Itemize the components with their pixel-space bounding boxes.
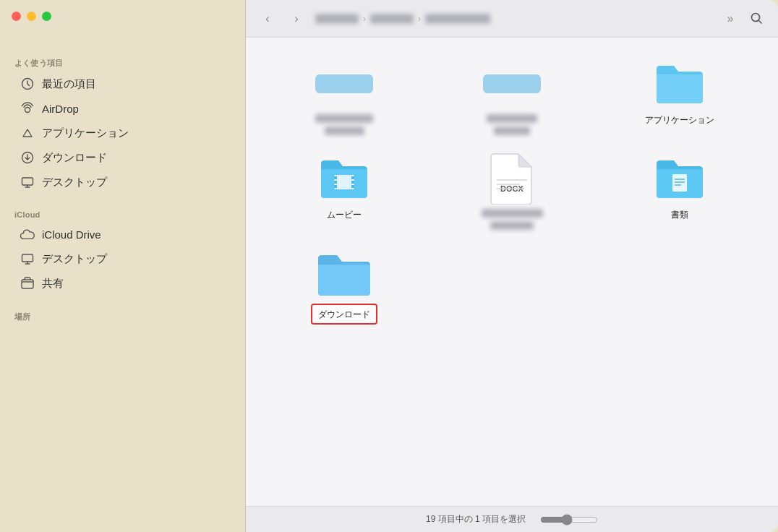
sidebar: よく使う項目 最近の項目 AirDrop: [0, 0, 246, 532]
toolbar: ‹ › › › »: [246, 0, 778, 38]
svg-rect-7: [334, 175, 354, 189]
sidebar-item-desktop[interactable]: デスクトップ: [6, 171, 239, 194]
list-item[interactable]: [260, 49, 428, 144]
sidebar-item-icloud-shared[interactable]: 共有: [6, 272, 239, 295]
desktop-icon: [20, 175, 35, 189]
finder-window: よく使う項目 最近の項目 AirDrop: [0, 0, 778, 532]
list-item[interactable]: DOCX: [428, 144, 596, 239]
content-area: アプリケーション: [246, 38, 778, 506]
folder-icon-container: [483, 58, 541, 110]
downloads-icon: [20, 150, 35, 165]
sidebar-item-recents[interactable]: 最近の項目: [6, 72, 239, 95]
svg-rect-5: [22, 280, 33, 288]
airdrop-label: AirDrop: [42, 103, 79, 115]
svg-rect-10: [334, 185, 337, 188]
svg-rect-3: [22, 178, 33, 185]
main-panel: ‹ › › › »: [246, 0, 778, 532]
shared-icon: [20, 276, 35, 291]
breadcrumb-segment-1: [315, 14, 359, 24]
section-favorites-label: よく使う項目: [0, 49, 245, 72]
folder-icon-container: [315, 58, 373, 110]
sidebar-item-downloads[interactable]: ダウンロード: [6, 146, 239, 169]
section-locations-label: 場所: [0, 303, 245, 325]
recents-icon: [20, 77, 35, 91]
desktop-label: デスクトップ: [42, 176, 107, 189]
sidebar-item-icloud-desktop[interactable]: デスクトップ: [6, 247, 239, 270]
zoom-slider[interactable]: [540, 514, 598, 525]
svg-rect-11: [351, 176, 354, 179]
blurred-tab-2: [483, 74, 541, 93]
svg-rect-9: [334, 181, 337, 184]
breadcrumb-segment-3: [425, 14, 490, 24]
icloud-desktop-label: デスクトップ: [42, 252, 107, 266]
breadcrumb: › ›: [315, 14, 711, 24]
breadcrumb-sep-2: ›: [418, 14, 421, 24]
sidebar-item-applications[interactable]: アプリケーション: [6, 121, 239, 145]
blurred-tab-1: [315, 74, 373, 93]
svg-point-6: [751, 14, 759, 22]
svg-rect-4: [22, 254, 33, 262]
status-bar: 19 項目中の 1 項目を選択: [246, 506, 778, 532]
icloud-drive-icon: [20, 227, 35, 241]
movies-folder-icon-container: [315, 153, 373, 205]
chevrons-button[interactable]: »: [720, 9, 740, 29]
icloud-desktop-icon: [20, 252, 35, 266]
movies-folder-label: ムービー: [327, 209, 362, 221]
applications-folder-label: アプリケーション: [645, 114, 714, 126]
downloads-folder-label: ダウンロード: [318, 309, 370, 319]
list-item[interactable]: ダウンロード: [260, 239, 428, 333]
search-button[interactable]: [746, 9, 766, 29]
documents-folder-icon-container: [651, 153, 709, 205]
toolbar-right: »: [720, 9, 766, 29]
applications-icon: [20, 126, 35, 140]
svg-rect-13: [351, 185, 354, 188]
list-item[interactable]: [428, 49, 596, 144]
blurred-label-docx: [482, 209, 543, 218]
svg-rect-8: [334, 176, 337, 179]
zoom-slider-container: [540, 514, 598, 525]
sidebar-item-icloud-drive[interactable]: iCloud Drive: [6, 223, 239, 246]
downloads-folder-icon-container: [315, 247, 373, 299]
status-text: 19 項目中の 1 項目を選択: [426, 513, 526, 525]
back-button[interactable]: ‹: [257, 9, 278, 29]
list-item[interactable]: アプリケーション: [596, 49, 764, 144]
breadcrumb-sep-1: ›: [363, 14, 366, 24]
svg-point-1: [25, 108, 30, 113]
list-item[interactable]: 書類: [596, 144, 764, 239]
icloud-shared-label: 共有: [42, 277, 64, 291]
section-icloud-label: iCloud: [0, 202, 245, 222]
documents-folder-label: 書類: [671, 209, 688, 221]
maximize-button[interactable]: [42, 12, 51, 21]
sidebar-item-airdrop[interactable]: AirDrop: [6, 97, 239, 120]
airdrop-icon: [20, 101, 35, 116]
blurred-label-1b: [325, 126, 364, 135]
recents-label: 最近の項目: [42, 77, 96, 91]
docx-icon-container: DOCX: [483, 153, 541, 205]
folder-icon-container: [651, 58, 709, 110]
icloud-drive-label: iCloud Drive: [42, 228, 101, 241]
list-item[interactable]: ムービー: [260, 144, 428, 239]
blurred-label-docx-b: [490, 221, 534, 230]
blurred-label-2: [487, 114, 537, 123]
traffic-lights: [12, 12, 51, 21]
blurred-label-1: [315, 114, 373, 123]
svg-rect-18: [672, 174, 687, 192]
svg-rect-12: [351, 181, 354, 184]
applications-label: アプリケーション: [42, 126, 129, 140]
close-button[interactable]: [12, 12, 21, 21]
forward-button[interactable]: ›: [286, 9, 307, 29]
minimize-button[interactable]: [27, 12, 36, 21]
downloads-label: ダウンロード: [42, 151, 107, 165]
blurred-label-2b: [494, 126, 530, 135]
breadcrumb-segment-2: [370, 14, 414, 24]
